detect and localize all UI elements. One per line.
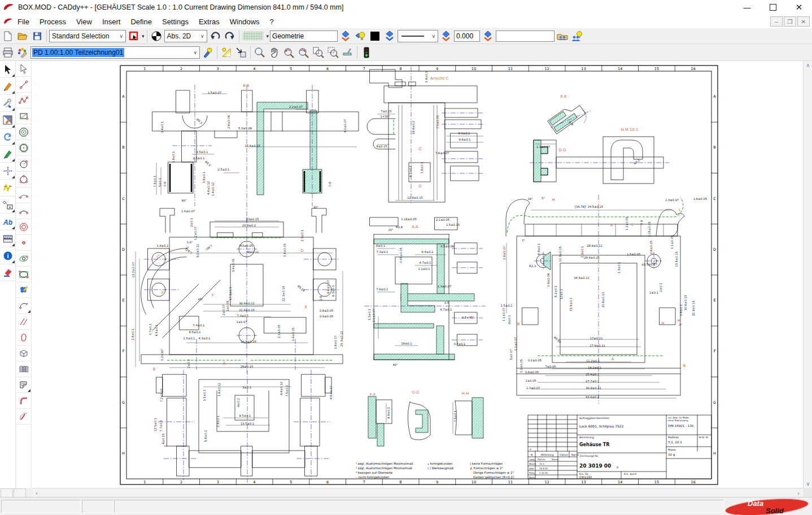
tools-button[interactable] [0,95,15,112]
sketch-pane-button[interactable] [0,112,15,129]
drawing-sheet[interactable]: 1.5±0.072.2±0.072.6±0.065.3±0.0817.4±0.1… [32,61,803,488]
polyline-tool-button[interactable] [16,93,31,108]
highlight-button[interactable] [0,180,15,197]
aux-input[interactable] [496,30,555,42]
scroll-right-arrow[interactable]: › [797,490,803,496]
open-button[interactable] [16,29,29,43]
text-tool-button[interactable]: Ab [0,213,15,230]
origin-button[interactable] [150,29,163,43]
parallel-lines-button[interactable] [16,314,31,330]
geometry-input[interactable] [270,30,338,42]
grid-points-button[interactable] [242,29,265,43]
rectangle-tool-button[interactable] [16,108,31,124]
fillet-button[interactable] [16,393,31,409]
traffic-light-button[interactable] [360,46,373,59]
menu-process[interactable]: Process [34,18,71,26]
coord-mode-dropdown[interactable]: Abs. 2D∨ [164,30,207,42]
pick-tool-button[interactable] [16,61,31,77]
ring-tool-button[interactable] [16,219,31,235]
mdi-minimize-button[interactable]: – [770,16,783,27]
diamond-swap-button-1[interactable] [339,29,352,43]
zoom-button[interactable] [253,46,267,59]
freehand-button[interactable] [16,282,31,298]
select-tool-button[interactable] [0,61,15,78]
red-frame-select-button[interactable] [127,29,141,43]
pen-light-button[interactable] [201,46,215,59]
zoom-next-button[interactable] [297,46,311,59]
label-tool-button[interactable]: A [0,197,15,213]
point-tool-button[interactable] [16,235,31,251]
diamond-swap-button-3[interactable] [481,29,495,43]
minimize-button[interactable]: — [734,0,760,15]
print-button[interactable] [1,46,15,59]
group-users-button[interactable] [556,29,569,43]
arc-button[interactable] [16,203,31,219]
close-button[interactable]: ✕ [786,0,812,15]
redraw-button[interactable] [341,46,355,59]
grid-points-caret[interactable]: ▾ [267,33,269,39]
pan-button[interactable] [268,46,281,59]
mdi-close-button[interactable]: ✕ [797,16,810,27]
horizontal-scrollbar[interactable]: ‹› [32,488,803,497]
slot-tool-button[interactable] [16,330,31,346]
chamfer-button[interactable] [16,409,31,425]
zoom-previous-button[interactable] [282,46,296,59]
vertical-scrollbar[interactable]: ∧∨ [803,61,812,488]
black-color-swatch[interactable] [368,29,382,43]
annotate-button[interactable] [0,146,15,163]
setsquare-button[interactable] [220,46,233,59]
new-document-button[interactable] [1,29,15,43]
undo-button[interactable] [208,29,222,43]
menu-settings[interactable]: Settings [157,18,194,26]
drawing-canvas[interactable]: 1.5±0.072.2±0.072.6±0.065.3±0.0817.4±0.1… [32,61,803,488]
menu-insert[interactable]: Insert [97,18,126,26]
red-frame-caret[interactable]: ▾ [142,33,145,39]
diamond-swap-button-2[interactable] [439,29,453,43]
mdi-restore-button[interactable]: ❐ [784,16,796,27]
erase-button[interactable] [0,264,15,281]
box-3d-button[interactable] [16,346,31,361]
polygon-circumscribed-button[interactable] [16,124,31,140]
menu-view[interactable]: View [71,18,97,26]
menu-help[interactable]: ? [265,18,279,26]
bulb-layer-button[interactable] [353,29,367,43]
layer-diamonds-button[interactable] [383,29,396,43]
ellipse-rect-button[interactable] [16,267,31,282]
ellipse-tool-button[interactable] [16,251,31,267]
scroll-left-arrow[interactable]: ‹ [32,490,38,496]
circle-points-button[interactable] [16,172,31,187]
polygon-inscribed-button[interactable] [16,140,31,156]
selection-mode-dropdown[interactable]: Standard Selection∨ [49,30,126,42]
scroll-down-arrow[interactable]: ∨ [806,481,810,488]
surfaces-button[interactable] [16,361,31,377]
snap-grid-button[interactable] [0,163,15,180]
new-document-icon [2,30,14,42]
arc-3point-button[interactable] [16,187,31,203]
menu-define[interactable]: Define [125,18,157,26]
hatch-tool-button[interactable] [0,230,15,247]
redo-button[interactable] [223,29,237,43]
maximize-button[interactable] [760,0,786,15]
value-input[interactable] [454,30,480,42]
drawing-select-combobox[interactable]: PD 1.00:1.00 Teilzeichnung01∨ [30,46,200,59]
menu-extras[interactable]: Extras [194,18,225,26]
draw-tool-button[interactable] [0,78,15,95]
menu-file[interactable]: File [12,18,34,26]
palette-button[interactable] [16,46,29,59]
scroll-up-arrow[interactable]: ∧ [806,61,810,68]
line-tool-button[interactable] [16,77,31,93]
zoom-window-icon [327,46,339,59]
save-button[interactable] [30,29,44,43]
bulb-users-button[interactable] [570,29,584,43]
contour-offset-button[interactable] [16,377,31,393]
pencil-green-icon [3,149,13,159]
info-button[interactable]: i [0,247,15,264]
circle-radius-button[interactable] [16,156,31,172]
linestyle-dropdown[interactable]: ∨ [398,30,438,42]
arc-tangent-button[interactable] [16,298,31,314]
zoom-page-button[interactable] [312,46,325,59]
zoom-window-button[interactable] [326,46,340,59]
transform-button[interactable] [0,129,15,146]
menu-windows[interactable]: Windows [225,18,265,26]
import-button[interactable] [234,46,248,59]
